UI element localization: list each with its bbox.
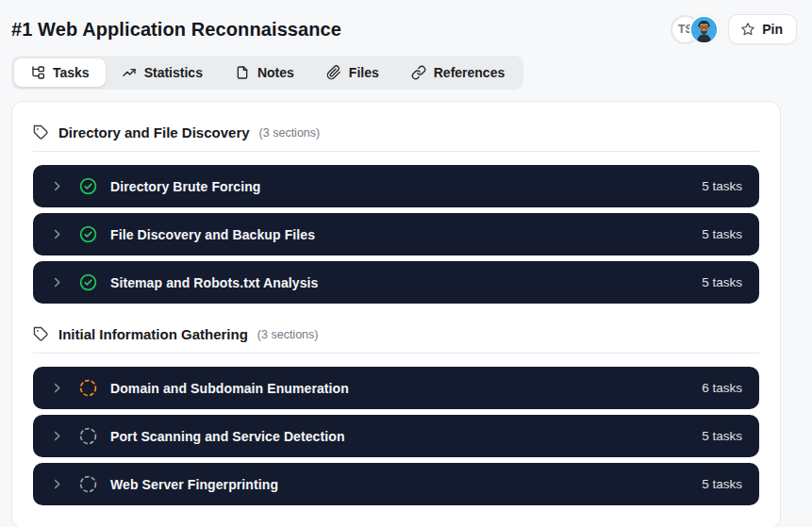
group-header: Directory and File Discovery (3 sections…	[33, 124, 759, 140]
section-group: Initial Information Gathering (3 section…	[33, 326, 759, 505]
section-row[interactable]: Domain and Subdomain Enumeration 6 tasks	[33, 367, 759, 409]
task-count: 5 tasks	[702, 179, 742, 193]
section-title: Sitemap and Robots.txt Analysis	[110, 275, 702, 290]
chevron-right-icon[interactable]	[50, 477, 64, 491]
chevron-right-icon[interactable]	[50, 429, 64, 443]
chevron-right-icon[interactable]	[50, 275, 64, 289]
memoji-face	[691, 17, 717, 42]
link-icon	[411, 65, 426, 80]
group-title: Directory and File Discovery	[58, 124, 250, 140]
section-title: File Discovery and Backup Files	[110, 227, 702, 242]
divider	[33, 353, 759, 354]
page: #1 Web Application Reconnaissance TS	[0, 0, 812, 527]
paperclip-icon	[326, 65, 341, 80]
task-count: 5 tasks	[702, 429, 742, 443]
page-title: #1 Web Application Reconnaissance	[11, 19, 341, 41]
chevron-right-icon[interactable]	[50, 179, 64, 193]
header: #1 Web Application Reconnaissance TS	[11, 0, 797, 48]
pin-button-label: Pin	[762, 22, 783, 37]
avatar-image[interactable]	[689, 15, 719, 44]
section-title: Web Server Fingerprinting	[110, 477, 702, 492]
section-title: Directory Brute Forcing	[110, 179, 702, 194]
group-section-count: (3 sections)	[259, 125, 321, 140]
tag-icon	[33, 326, 49, 342]
group-title: Initial Information Gathering	[58, 326, 248, 342]
status-icon	[78, 474, 98, 494]
task-count: 5 tasks	[702, 275, 742, 289]
chevron-right-icon[interactable]	[50, 381, 64, 395]
tag-icon	[33, 124, 49, 140]
tab-label: Tasks	[53, 65, 90, 80]
task-count: 5 tasks	[702, 227, 742, 241]
section-title: Domain and Subdomain Enumeration	[110, 381, 702, 396]
tab-files[interactable]: Files	[310, 58, 395, 87]
tab-bar: Tasks Statistics Notes Files	[11, 56, 523, 90]
status-icon	[78, 272, 98, 292]
header-actions: TS Pi	[671, 14, 797, 44]
section-row[interactable]: Directory Brute Forcing 5 tasks	[33, 165, 759, 207]
group-section-count: (3 sections)	[257, 327, 319, 341]
divider	[33, 151, 759, 152]
sections-card: Directory and File Discovery (3 sections…	[11, 101, 781, 527]
tab-label: Files	[349, 65, 379, 80]
status-icon	[78, 426, 98, 446]
tab-label: Statistics	[144, 65, 203, 80]
trending-up-icon	[122, 65, 137, 80]
star-icon	[740, 22, 755, 37]
section-title: Port Scanning and Service Detection	[110, 429, 702, 444]
status-icon	[78, 378, 98, 398]
tab-label: References	[434, 65, 505, 80]
status-icon	[78, 176, 98, 196]
tab-notes[interactable]: Notes	[219, 58, 310, 87]
task-count: 6 tasks	[702, 381, 742, 395]
section-row[interactable]: File Discovery and Backup Files 5 tasks	[33, 213, 759, 255]
section-row[interactable]: Sitemap and Robots.txt Analysis 5 tasks	[33, 261, 759, 304]
tab-references[interactable]: References	[395, 58, 522, 87]
avatar-group[interactable]: TS	[671, 15, 719, 44]
tab-label: Notes	[257, 65, 294, 80]
section-group: Directory and File Discovery (3 sections…	[33, 124, 759, 304]
status-icon	[78, 224, 98, 244]
list-tree-icon	[30, 65, 45, 80]
task-count: 5 tasks	[702, 477, 742, 491]
tab-tasks[interactable]: Tasks	[14, 58, 106, 87]
tab-statistics[interactable]: Statistics	[106, 58, 219, 87]
chevron-right-icon[interactable]	[50, 227, 64, 241]
group-header: Initial Information Gathering (3 section…	[33, 326, 759, 342]
pin-button[interactable]: Pin	[728, 14, 797, 44]
note-icon	[235, 65, 250, 80]
section-row[interactable]: Port Scanning and Service Detection 5 ta…	[33, 415, 759, 457]
section-row[interactable]: Web Server Fingerprinting 5 tasks	[33, 463, 759, 505]
